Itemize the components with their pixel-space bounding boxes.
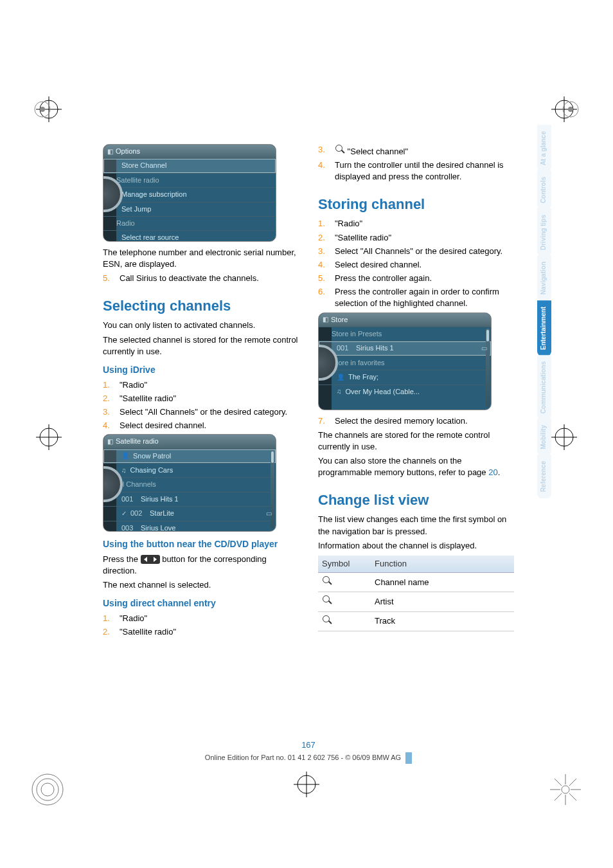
step-number: 5.: [318, 273, 327, 284]
step-number: 1.: [103, 613, 112, 624]
symbol-cell: [318, 592, 371, 611]
table-header-symbol: Symbol: [318, 556, 371, 573]
text-fragment: .: [498, 467, 501, 477]
section-tab[interactable]: Driving tips: [537, 208, 551, 257]
page-link[interactable]: 20: [488, 467, 497, 477]
step-number: 1.: [318, 218, 327, 230]
section-tab[interactable]: At a glance: [537, 125, 551, 172]
step-number: 3.: [103, 406, 112, 418]
screenshot-title: ◧ Store: [319, 313, 491, 327]
step-number: 4.: [318, 159, 327, 183]
heading-cddvd-button: Using the button near the CD/DVD player: [103, 538, 299, 551]
step-text: Select desired channel.: [120, 420, 206, 431]
screenshot-row: 👤The Fray;: [319, 370, 491, 384]
register-circle: [30, 772, 66, 811]
heading-storing-channel: Storing channel: [318, 195, 514, 215]
step-number: 3.: [318, 144, 327, 158]
screenshot-row: Radio: [103, 216, 276, 230]
symbol-cell: [318, 611, 371, 631]
svg-point-30: [40, 107, 45, 112]
screenshot-row: Store Channel: [103, 158, 276, 172]
screenshot-row: Set Jump: [103, 202, 276, 216]
section-tab[interactable]: Navigation: [537, 255, 551, 301]
svg-point-28: [568, 107, 573, 112]
step-text: Select desired channel.: [335, 259, 422, 271]
svg-point-17: [41, 783, 54, 796]
footer-accent-bar: [405, 752, 412, 764]
screenshot-row: 001Sirius Hits 1▭: [319, 341, 491, 355]
register-sunburst: [547, 772, 583, 811]
screenshot-row: 003Sirius Love: [103, 521, 276, 532]
page-number: 167: [103, 739, 514, 751]
heading-change-list-view: Change list view: [318, 491, 514, 511]
section-tab[interactable]: Entertainment: [537, 300, 551, 356]
text-fragment: You can also store the channels on the p…: [318, 456, 488, 477]
section-tabs: At a glanceControlsDriving tipsNavigatio…: [537, 126, 551, 498]
svg-line-25: [555, 793, 562, 800]
screenshot-row: 👤Snow Patrol: [103, 449, 276, 463]
step-text: Select "All Channels" or the desired cat…: [335, 246, 502, 257]
function-cell: Artist: [371, 592, 514, 611]
crop-mark: [294, 772, 319, 797]
step-text: "Radio": [120, 379, 147, 391]
step-number: 6.: [318, 286, 327, 309]
step-number: 2.: [318, 232, 327, 244]
screenshot-row: All Channels: [103, 477, 276, 491]
step-number: 4.: [318, 259, 327, 271]
screenshot-store: ◧ Store Store in Presets001Sirius Hits 1…: [318, 312, 492, 410]
step-number: 3.: [318, 246, 327, 257]
skip-button-icon: [141, 555, 160, 564]
step-text: Select "All Channels" or the desired cat…: [120, 406, 287, 418]
screenshot-title: ◧ Satellite radio: [103, 435, 276, 448]
step-number: 7.: [318, 415, 327, 427]
body-text: You can only listen to activated channel…: [103, 320, 299, 331]
screenshot-row: ♫Over My Head (Cable...: [319, 384, 491, 399]
section-tab[interactable]: Controls: [537, 170, 551, 210]
step-number: 4.: [103, 420, 112, 431]
step-text: "Satellite radio": [120, 626, 176, 638]
symbol-table: Symbol Function Channel nameArtistTrack: [318, 556, 514, 631]
body-text: You can also store the channels on the p…: [318, 455, 514, 478]
section-tab[interactable]: Reference: [537, 455, 551, 498]
step-text: Turn the controller until the desired ch…: [335, 159, 514, 183]
screenshot-row: Store in Presets: [319, 327, 491, 341]
text-fragment: Press the: [103, 554, 141, 564]
page-footer: 167 Online Edition for Part no. 01 41 2 …: [103, 739, 514, 764]
section-tab[interactable]: Mobility: [537, 419, 551, 456]
scrollbar: [486, 329, 490, 407]
step-number: 5.: [103, 273, 112, 284]
body-text: The next channel is selected.: [103, 579, 299, 591]
register-dot: [558, 96, 583, 125]
step-number: 2.: [103, 393, 112, 404]
step-number: 1.: [103, 379, 112, 391]
step-text: "Radio": [120, 613, 147, 624]
symbol-cell: [318, 573, 371, 592]
screenshot-row: Manage subscription: [103, 187, 276, 201]
table-header-function: Function: [371, 556, 514, 573]
screenshot-satellite-radio: ◧ Satellite radio 👤Snow Patrol♫Chasing C…: [103, 434, 276, 532]
section-tab[interactable]: Communications: [537, 355, 551, 420]
crop-mark: [36, 424, 62, 450]
left-column: ◧ Options Store ChannelSatellite radioMa…: [103, 141, 299, 733]
svg-point-18: [562, 786, 569, 793]
heading-idrive: Using iDrive: [103, 364, 299, 377]
magnifier-icon: [322, 615, 332, 625]
screenshot-row: ✓002StarLite▭: [103, 506, 276, 520]
body-text: Information about the channel is display…: [318, 540, 514, 552]
function-cell: Track: [371, 611, 514, 631]
svg-line-24: [569, 793, 576, 800]
function-cell: Channel name: [371, 573, 514, 592]
body-text: Press the button for the corresponding d…: [103, 554, 299, 577]
table-row: Track: [318, 611, 514, 631]
body-text: The selected channel is stored for the r…: [103, 334, 299, 357]
body-text: The list view changes each time the firs…: [318, 514, 514, 537]
svg-line-26: [569, 779, 576, 786]
screenshot-row: 001Sirius Hits 1: [103, 492, 276, 506]
right-column: 3. "Select channel"4.Turn the controller…: [318, 141, 514, 733]
step-text: Press the controller again.: [335, 273, 432, 284]
body-text: The channels are stored for the remote c…: [318, 429, 514, 453]
screenshot-row: ♫Chasing Cars: [103, 463, 276, 477]
step-text: Select the desired memory location.: [335, 415, 468, 427]
step-text: Press the controller again in order to c…: [335, 286, 514, 309]
step-text: "Satellite radio": [120, 393, 176, 404]
